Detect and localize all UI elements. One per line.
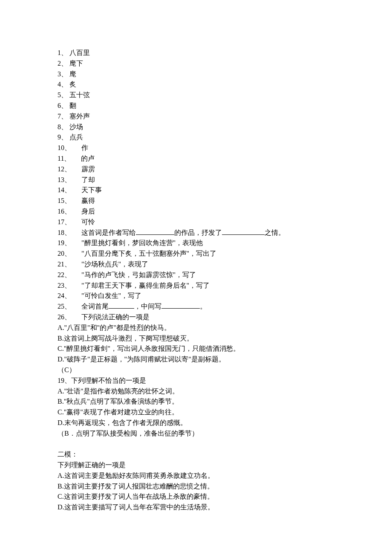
option-b: B.这首词上阕写战斗激烈，下阕写理想破灭。: [58, 333, 334, 344]
question-18: 18、 这首词是作者写给的作品，抒发了之情。: [58, 228, 334, 238]
question-2-stem: 下列理解正确的一项是: [58, 460, 334, 471]
blank-line: [58, 439, 334, 449]
list-item: 12、 霹雳: [58, 164, 334, 175]
option-c: C."赢得"表现了作者对建功立业的向往。: [58, 407, 334, 418]
list-item: 8、 沙场: [58, 122, 334, 133]
list-item: 11、 的卢: [58, 153, 334, 164]
blank-field: [136, 228, 174, 235]
question-26: 26、 下列说法正确的一项是: [58, 312, 334, 323]
blank-field: [222, 228, 265, 235]
question-22: 22、 "马作的卢飞快，弓如霹雳弦惊"，写了: [58, 270, 334, 280]
option-a: A."壮语"是指作者劝勉陈亮的壮怀之词。: [58, 386, 334, 397]
question-20: 20、 "八百里分麾下炙，五十弦翻塞外声"，写出了: [58, 249, 334, 259]
list-item: 13、 了却: [58, 175, 334, 185]
list-item: 3、 麾: [58, 69, 334, 80]
list-item: 7、 塞外声: [58, 111, 334, 122]
list-item: 16、 身后: [58, 206, 334, 217]
list-item: 1、 八百里: [58, 48, 334, 58]
list-item: 17、 可怜: [58, 217, 334, 228]
option-d: D."破阵子"是正标题，"为陈同甫赋壮词以寄"是副标题。: [58, 354, 334, 365]
option-b: B.这首词主要抒发了词人报国壮志难酬的悲愤之情。: [58, 481, 334, 492]
blank-field: [161, 301, 200, 309]
option-d: D.这首词主要描写了词人当年在军营中的生活场景。: [58, 502, 334, 513]
section-2-heading: 二模：: [58, 449, 334, 460]
document-page: 1、 八百里 2、 麾下 3、 麾 4、 炙 5、 五十弦 6、 翻 7、 塞外…: [0, 0, 392, 555]
list-item: 15、 赢得: [58, 196, 334, 206]
question-25: 25、 全词首尾，中间写。: [58, 301, 334, 312]
answer-26: （C）: [58, 365, 334, 376]
answer-19b: （B．点明了军队接受检阅，准备出征的季节）: [58, 428, 334, 439]
option-c: C.这首词主要抒发了词人当年在战场上杀敌的豪情。: [58, 491, 334, 502]
option-b: B."秋点兵"点明了军队准备演练的季节。: [58, 396, 334, 407]
question-21: 21、 "沙场秋点兵"，表现了: [58, 259, 334, 270]
list-item: 14、 天下事: [58, 185, 334, 196]
blank-field: [109, 301, 134, 309]
list-item: 10、 作: [58, 143, 334, 153]
list-item: 9、 点兵: [58, 132, 334, 143]
list-item: 6、 翻: [58, 101, 334, 111]
question-19: 19、 "醉里挑灯看剑，梦回吹角连营"，表现他: [58, 238, 334, 249]
question-23: 23、 "了却君王天下事，赢得生前身后名"，写了: [58, 280, 334, 291]
option-d: D.末句再返现实，包含了作者无限的感慨。: [58, 418, 334, 428]
question-19b: 19、下列理解不恰当的一项是: [58, 376, 334, 386]
list-item: 2、 麾下: [58, 58, 334, 69]
list-item: 5、 五十弦: [58, 90, 334, 101]
option-c: C."醉里挑灯看剑"，写出词人杀敌报国无门，只能借酒消愁。: [58, 344, 334, 354]
list-item: 4、 炙: [58, 79, 334, 90]
vocab-list: 1、 八百里 2、 麾下 3、 麾 4、 炙 5、 五十弦 6、 翻 7、 塞外…: [58, 48, 334, 228]
option-a: A."八百里"和"的卢"都是性烈的快马。: [58, 323, 334, 333]
option-a: A.这首词主要是勉励好友陈同甫英勇杀敌建立功名。: [58, 471, 334, 481]
question-24: 24、 "可怜白发生"，写了: [58, 291, 334, 301]
